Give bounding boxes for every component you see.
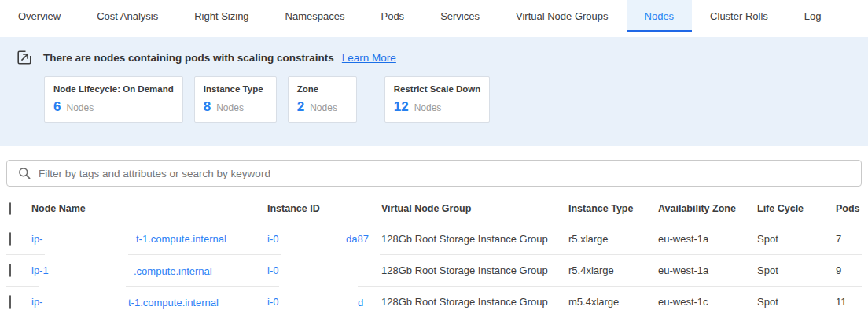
node-name-link[interactable]: .compute.internal bbox=[134, 264, 212, 276]
availability-zone-cell: eu-west-1c bbox=[658, 296, 757, 308]
card-count: 12 bbox=[394, 99, 409, 115]
card-count: 6 bbox=[53, 99, 61, 115]
column-header-instance-type: Instance Type bbox=[568, 203, 658, 214]
node-name-link[interactable]: ip- bbox=[31, 233, 42, 245]
life-cycle-cell: Spot bbox=[757, 233, 836, 245]
tab-right-sizing[interactable]: Right Sizing bbox=[176, 0, 267, 31]
node-name-link[interactable]: ip-1 bbox=[31, 264, 49, 276]
instance-type-cell: r5.xlarge bbox=[568, 233, 658, 245]
virtual-node-group-cell: 128Gb Root Storage Instance Group bbox=[381, 296, 568, 308]
tab-pods[interactable]: Pods bbox=[362, 0, 422, 31]
instance-id-link[interactable]: i-0 bbox=[267, 264, 278, 276]
availability-zone-cell: eu-west-1a bbox=[658, 233, 757, 245]
life-cycle-cell: Spot bbox=[757, 264, 836, 276]
column-header-virtual-node-group: Virtual Node Group bbox=[381, 203, 568, 214]
row-checkbox[interactable] bbox=[9, 232, 11, 246]
card-unit: Nodes bbox=[414, 102, 442, 113]
column-header-availability-zone: Availability Zone bbox=[658, 203, 757, 214]
tab-nodes[interactable]: Nodes bbox=[627, 0, 693, 31]
table-row: ip- t-1.compute.internal i-0 d 128Gb Roo… bbox=[6, 286, 862, 317]
card-title: Zone bbox=[297, 84, 348, 94]
column-header-node-name: Node Name bbox=[31, 203, 267, 214]
virtual-node-group-cell: 128Gb Root Storage Instance Group bbox=[381, 264, 568, 276]
nodes-table: Node Name Instance ID Virtual Node Group… bbox=[6, 194, 862, 317]
cluster-tab-bar: Overview Cost Analysis Right Sizing Name… bbox=[0, 0, 868, 31]
card-unit: Nodes bbox=[310, 102, 337, 113]
availability-zone-cell: eu-west-1a bbox=[658, 264, 757, 276]
tab-cost-analysis[interactable]: Cost Analysis bbox=[79, 0, 176, 31]
tab-log[interactable]: Log bbox=[786, 0, 840, 31]
card-count: 8 bbox=[204, 99, 211, 115]
card-zone[interactable]: Zone 2 Nodes bbox=[288, 76, 357, 123]
life-cycle-cell: Spot bbox=[757, 296, 836, 308]
instance-type-cell: r5.4xlarge bbox=[568, 264, 658, 276]
tab-namespaces[interactable]: Namespaces bbox=[267, 0, 363, 31]
card-node-lifecycle-on-demand[interactable]: Node Lifecycle: On Demand 6 Nodes bbox=[44, 76, 183, 123]
column-header-instance-id: Instance ID bbox=[267, 203, 381, 214]
node-name-link[interactable]: t-1.compute.internal bbox=[128, 296, 219, 308]
card-title: Restrict Scale Down bbox=[394, 84, 481, 94]
instance-id-link[interactable]: i-0 bbox=[267, 233, 278, 245]
row-checkbox[interactable] bbox=[9, 264, 11, 277]
instance-id-link[interactable]: i-0 bbox=[267, 296, 278, 308]
node-name-link[interactable]: ip- bbox=[31, 296, 42, 308]
table-header-row: Node Name Instance ID Virtual Node Group… bbox=[6, 194, 862, 223]
column-header-life-cycle: Life Cycle bbox=[757, 203, 836, 214]
node-name-link[interactable]: t-1.compute.internal bbox=[136, 233, 226, 245]
banner-message: There are nodes containing pods with sca… bbox=[43, 52, 334, 64]
tab-virtual-node-groups[interactable]: Virtual Node Groups bbox=[498, 0, 627, 31]
search-icon bbox=[18, 167, 31, 180]
card-title: Node Lifecycle: On Demand bbox=[53, 84, 174, 94]
card-restrict-scale-down[interactable]: Restrict Scale Down 12 Nodes bbox=[384, 76, 491, 123]
search-input[interactable] bbox=[39, 168, 861, 179]
scaling-constraints-banner: There are nodes containing pods with sca… bbox=[0, 37, 868, 146]
tab-services[interactable]: Services bbox=[422, 0, 498, 31]
instance-type-cell: m5.4xlarge bbox=[568, 296, 658, 308]
tab-cluster-rolls[interactable]: Cluster Rolls bbox=[692, 0, 786, 31]
card-instance-type[interactable]: Instance Type 8 Nodes bbox=[194, 76, 277, 123]
learn-more-link[interactable]: Learn More bbox=[342, 52, 396, 64]
card-title: Instance Type bbox=[204, 84, 267, 94]
table-row: ip-1 .compute.internal i-0 128Gb Root St… bbox=[6, 254, 862, 286]
select-all-checkbox[interactable] bbox=[9, 202, 11, 215]
pods-count-cell: 11 bbox=[836, 296, 862, 308]
row-checkbox[interactable] bbox=[9, 295, 11, 309]
constraint-summary-cards: Node Lifecycle: On Demand 6 Nodes Instan… bbox=[44, 76, 868, 123]
pods-count-cell: 9 bbox=[836, 264, 862, 276]
instance-id-link[interactable]: d bbox=[358, 296, 363, 308]
tab-overview[interactable]: Overview bbox=[0, 0, 79, 31]
table-row: ip- t-1.compute.internal i-0 da87 128Gb … bbox=[6, 223, 862, 254]
filter-search-box bbox=[6, 160, 862, 187]
card-count: 2 bbox=[297, 99, 304, 115]
pods-count-cell: 7 bbox=[836, 233, 862, 245]
column-header-pods: Pods bbox=[836, 203, 862, 214]
scale-out-icon bbox=[17, 50, 31, 65]
card-unit: Nodes bbox=[66, 102, 94, 113]
instance-id-link[interactable]: da87 bbox=[346, 233, 369, 245]
virtual-node-group-cell: 128Gb Root Storage Instance Group bbox=[381, 233, 568, 245]
card-unit: Nodes bbox=[216, 102, 244, 113]
